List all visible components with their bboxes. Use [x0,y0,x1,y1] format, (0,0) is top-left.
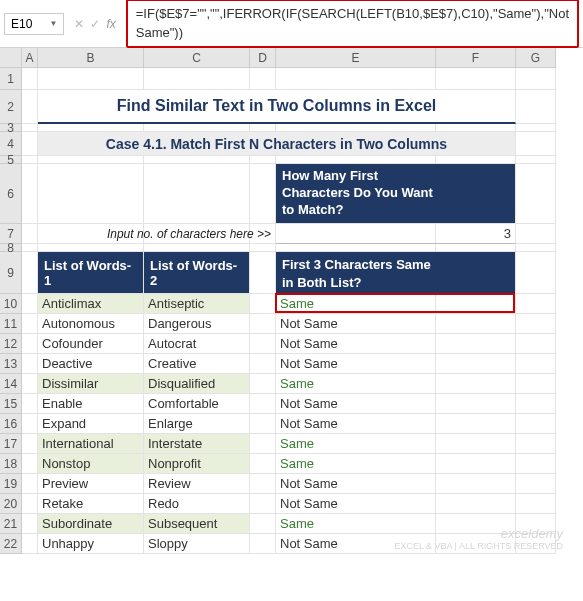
enter-icon[interactable]: ✓ [90,17,100,31]
result-cell[interactable]: Same [276,454,516,474]
cell-B3[interactable] [38,124,144,132]
cell-A18[interactable] [22,454,38,474]
cell-G19[interactable] [516,474,556,494]
table-row[interactable]: International [38,434,144,454]
cell-D10[interactable] [250,294,276,314]
row-header-20[interactable]: 20 [0,494,22,514]
row-header-16[interactable]: 16 [0,414,22,434]
result-cell[interactable]: Not Same [276,494,516,514]
result-cell[interactable]: Same [276,434,516,454]
row-header-5[interactable]: 5 [0,156,22,164]
cell-A8[interactable] [22,244,38,252]
row-header-2[interactable]: 2 [0,90,22,124]
cell-D20[interactable] [250,494,276,514]
table-row[interactable]: Nonprofit [144,454,250,474]
result-cell[interactable]: Not Same [276,414,516,434]
cell-A4[interactable] [22,132,38,156]
cell-A19[interactable] [22,474,38,494]
cells-area[interactable]: Find Similar Text in Two Columns in Exce… [22,68,556,554]
row-header-22[interactable]: 22 [0,534,22,554]
cell-D18[interactable] [250,454,276,474]
cell-B1[interactable] [38,68,144,90]
table-row[interactable]: Interstate [144,434,250,454]
table-row[interactable]: Dangerous [144,314,250,334]
col-header-E[interactable]: E [276,48,436,67]
cell-B5[interactable] [38,156,144,164]
cell-D16[interactable] [250,414,276,434]
result-cell[interactable]: Not Same [276,394,516,414]
col-header-G[interactable]: G [516,48,556,67]
cell-D12[interactable] [250,334,276,354]
cell-G15[interactable] [516,394,556,414]
cell-B8[interactable] [38,244,144,252]
formula-input[interactable]: =IF($E$7="","",IFERROR(IF(SEARCH(LEFT(B1… [126,0,579,48]
cell-A10[interactable] [22,294,38,314]
cell-G9[interactable] [516,252,556,294]
cell-A12[interactable] [22,334,38,354]
fx-icon[interactable]: fx [106,17,115,31]
cell-A3[interactable] [22,124,38,132]
cell-G12[interactable] [516,334,556,354]
cell-G20[interactable] [516,494,556,514]
cell-A1[interactable] [22,68,38,90]
result-cell[interactable]: Not Same [276,354,516,374]
input-value[interactable]: 3 [276,224,516,244]
cell-D3[interactable] [250,124,276,132]
result-cell[interactable]: Not Same [276,474,516,494]
cell-C5[interactable] [144,156,250,164]
cell-G16[interactable] [516,414,556,434]
table-row[interactable]: Autocrat [144,334,250,354]
col-header-B[interactable]: B [38,48,144,67]
cell-D15[interactable] [250,394,276,414]
table-row[interactable]: Creative [144,354,250,374]
cell-A7[interactable] [22,224,38,244]
row-header-9[interactable]: 9 [0,252,22,294]
cell-G2[interactable] [516,90,556,124]
row-header-1[interactable]: 1 [0,68,22,90]
row-header-10[interactable]: 10 [0,294,22,314]
cell-C3[interactable] [144,124,250,132]
row-header-13[interactable]: 13 [0,354,22,374]
result-cell[interactable]: Same [276,294,516,314]
cell-A6[interactable] [22,164,38,224]
cell-G6[interactable] [516,164,556,224]
cell-A14[interactable] [22,374,38,394]
cell-D1[interactable] [250,68,276,90]
cell-F8[interactable] [436,244,516,252]
name-box[interactable]: E10 ▼ [4,13,64,35]
cell-E1[interactable] [276,68,436,90]
cell-E3[interactable] [276,124,436,132]
cell-C6[interactable] [144,164,250,224]
cell-G11[interactable] [516,314,556,334]
col-header-C[interactable]: C [144,48,250,67]
cell-D6[interactable] [250,164,276,224]
cell-G14[interactable] [516,374,556,394]
cell-D19[interactable] [250,474,276,494]
cell-D17[interactable] [250,434,276,454]
table-row[interactable]: Dissimilar [38,374,144,394]
row-header-21[interactable]: 21 [0,514,22,534]
select-all-corner[interactable] [0,48,22,68]
cell-A11[interactable] [22,314,38,334]
table-row[interactable]: Retake [38,494,144,514]
table-row[interactable]: Autonomous [38,314,144,334]
cell-G17[interactable] [516,434,556,454]
table-row[interactable]: Expand [38,414,144,434]
cell-F1[interactable] [436,68,516,90]
table-row[interactable]: Antiseptic [144,294,250,314]
result-cell[interactable]: Not Same [276,314,516,334]
cell-A15[interactable] [22,394,38,414]
cell-A22[interactable] [22,534,38,554]
table-row[interactable]: Subordinate [38,514,144,534]
cell-A17[interactable] [22,434,38,454]
cell-E5[interactable] [276,156,436,164]
table-row[interactable]: Disqualified [144,374,250,394]
table-row[interactable]: Comfortable [144,394,250,414]
row-header-17[interactable]: 17 [0,434,22,454]
cell-D21[interactable] [250,514,276,534]
table-row[interactable]: Cofounder [38,334,144,354]
row-header-3[interactable]: 3 [0,124,22,132]
cell-A9[interactable] [22,252,38,294]
table-row[interactable]: Redo [144,494,250,514]
cell-G1[interactable] [516,68,556,90]
